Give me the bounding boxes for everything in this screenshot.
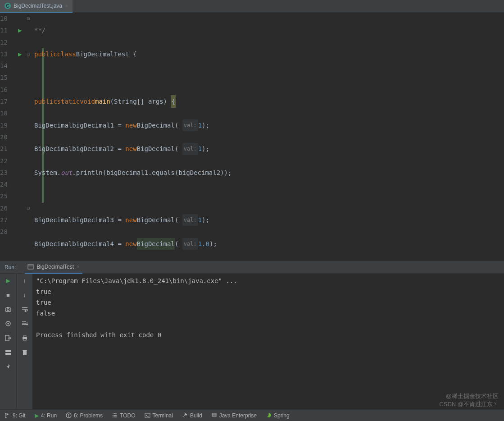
terminal-tab[interactable]: Terminal [145,412,173,419]
class-icon: C [5,3,11,9]
svg-rect-4 [7,307,9,308]
todo-tab[interactable]: TODO [112,412,135,419]
build-tab[interactable]: Build [182,412,202,419]
svg-rect-18 [145,413,150,417]
run-config-tab[interactable]: BigDecimalTest × [25,261,82,274]
editor-tabs: C BigDecimalTest.java × [0,0,504,13]
branch-icon [5,412,10,418]
bottom-toolbar: 9: Git ▶ 4: Run 6: Problems TODO Termina… [0,409,504,421]
tab-filename: BigDecimalTest.java [14,3,62,9]
watermark: @稀土掘金技术社区 CSDN @不肯过江东丶 [439,392,499,408]
run-tool-window: Run: BigDecimalTest × ▶ ■ ↑ ↓ "C:\Progra… [0,261,504,409]
close-icon[interactable]: × [77,264,80,270]
svg-rect-12 [23,339,26,340]
run-gutter-icon[interactable]: ▶ [18,48,22,60]
code-content[interactable]: **/ public class BigDecimalTest { public… [34,13,504,261]
hammer-icon [182,412,188,418]
exit-icon[interactable] [4,334,12,342]
svg-rect-9 [5,353,11,355]
svg-rect-14 [23,350,27,351]
svg-point-3 [7,309,9,311]
svg-rect-8 [5,350,11,352]
settings-icon[interactable] [4,320,12,328]
run-header: Run: BigDecimalTest × [0,261,504,274]
svg-rect-13 [23,351,27,355]
up-icon[interactable]: ↑ [21,276,29,284]
svg-rect-11 [23,336,26,337]
run-toolbar-right: ↑ ↓ [16,274,32,409]
run-tab[interactable]: ▶ 4: Run [35,412,57,419]
dump-icon[interactable] [4,305,12,313]
rerun-icon[interactable]: ▶ [4,276,12,284]
trash-icon[interactable] [21,348,29,357]
spring-icon [266,412,272,418]
soft-wrap-icon[interactable] [21,305,29,313]
server-icon [211,412,217,418]
list-icon [112,412,118,418]
java-enterprise-tab[interactable]: Java Enterprise [211,412,257,419]
svg-rect-19 [212,413,216,415]
run-gutter-icon[interactable]: ▶ [18,24,22,36]
run-title: Run: [5,264,16,270]
close-icon[interactable]: × [65,3,68,9]
stop-icon[interactable]: ■ [4,291,12,299]
fold-column: ⊟ ⊟ ⊟ [27,13,34,261]
layout-icon[interactable] [4,348,12,357]
code-editor[interactable]: 101112 131415 161718 192021 222324 25262… [0,13,504,261]
print-icon[interactable] [21,334,29,342]
svg-point-6 [7,323,9,324]
run-toolbar-left: ▶ ■ [0,274,16,409]
file-tab-bigdecimaltest[interactable]: C BigDecimalTest.java × [0,0,73,13]
scroll-end-icon[interactable] [21,320,29,328]
svg-rect-0 [28,265,33,269]
svg-rect-20 [212,415,216,416]
warning-icon [66,412,72,418]
down-icon[interactable]: ↓ [21,291,29,299]
gutter-markers: ▶ ▶ [17,13,27,261]
application-icon [27,264,34,270]
pin-icon[interactable] [4,363,12,371]
terminal-icon [145,412,150,418]
git-tab[interactable]: 9: Git [5,412,26,419]
play-icon: ▶ [35,412,39,419]
problems-tab[interactable]: 6: Problems [66,412,103,419]
line-numbers: 101112 131415 161718 192021 222324 25262… [0,13,17,261]
spring-tab[interactable]: Spring [266,412,290,419]
console-output[interactable]: "C:\Program Files\Java\jdk1.8.0_241\bin\… [32,274,504,409]
svg-point-17 [68,416,69,417]
